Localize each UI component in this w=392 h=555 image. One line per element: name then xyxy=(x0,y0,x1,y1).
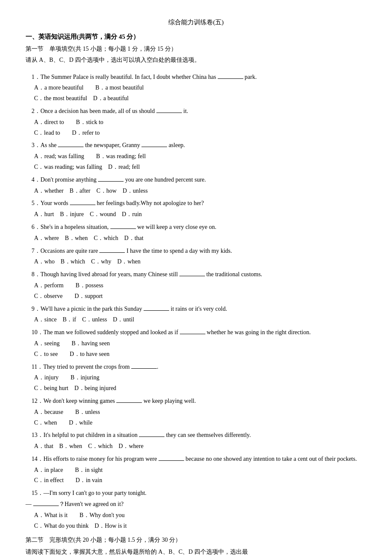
question-5: 5．Your words her feelings badly.Why not … xyxy=(26,198,366,220)
q3-options-row2: C．was reading; was falling D．read; fell xyxy=(34,162,366,172)
q7-options-row1: A．who B．which C．why D．when xyxy=(34,257,366,267)
q12-text: 12．We don't keep winning games we keep p… xyxy=(26,396,366,406)
q6-text: 6．She's in a hopeless situation, we will… xyxy=(26,222,366,232)
q15-text: 15．—I'm sorry I can't go to your party t… xyxy=(26,488,366,498)
q5-text: 5．Your words her feelings badly.Why not … xyxy=(26,198,366,208)
q3-options-row1: A．read; was falling B．was reading; fell xyxy=(34,151,366,162)
q11-text: 11．They tried to prevent the crops from … xyxy=(26,362,366,372)
question-4: 4．Don't promise anything you are one hun… xyxy=(26,175,366,196)
q8-text: 8．Though having lived abroad for years, … xyxy=(26,269,366,280)
q10-text: 10．The man we followed suddenly stopped … xyxy=(26,327,366,338)
question-2: 2．Once a decision has been made, all of … xyxy=(26,106,366,138)
q2-options-row2: C．lead to D．refer to xyxy=(34,128,366,138)
q4-text: 4．Don't promise anything you are one hun… xyxy=(26,175,366,185)
q4-options-row1: A．whether B．after C．how D．unless xyxy=(34,186,366,196)
q12-options-row1: A．because B．unless xyxy=(34,407,366,417)
q10-options-row1: A．seeing B．having seen xyxy=(34,338,366,349)
q8-options-row2: C．observe D．support xyxy=(34,291,366,301)
section2-header: 第二节 完形填空(共 20 小题；每小题 1.5 分，满分 30 分） xyxy=(26,535,366,545)
q14-options-row2: C．in effect D．in vain xyxy=(34,475,366,486)
section1-header: 一、英语知识运用(共两节，满分 45 分） xyxy=(26,32,366,43)
q2-text: 2．Once a decision has been made, all of … xyxy=(26,106,366,116)
question-11: 11．They tried to prevent the crops from … xyxy=(26,362,366,393)
question-6: 6．She's in a hopeless situation, we will… xyxy=(26,222,366,243)
question-12: 12．We don't keep winning games we keep p… xyxy=(26,396,366,428)
q15-text2: — ？Haven't we agreed on it? xyxy=(26,499,366,509)
q15-options-row1: A．What is it B．Why don't you xyxy=(34,510,366,520)
question-14: 14．His efforts to raise money for his pr… xyxy=(26,454,366,486)
q5-options-row1: A．hurt B．injure C．wound D．ruin xyxy=(34,209,366,220)
q3-text: 3．As she the newspaper, Granny asleep. xyxy=(26,140,366,150)
instruction-text: 请从 A、B、C、D 四个选项中，选出可以填入空白处的最佳选项。 xyxy=(26,55,366,65)
q11-options-row2: C．being hurt D．being injured xyxy=(34,383,366,393)
q1-options-row1: A．a more beautiful B．a most beautiful xyxy=(34,83,366,93)
question-3: 3．As she the newspaper, Granny asleep. A… xyxy=(26,140,366,172)
q7-text: 7．Occasions are quite rare I have the ti… xyxy=(26,246,366,256)
subsection1-header: 第一节 单项填空(共 15 小题；每小题 1 分，满分 15 分） xyxy=(26,44,366,54)
q6-options-row1: A．where B．when C．which D．that xyxy=(34,233,366,243)
questions-container: 1．The Summer Palace is really beautiful.… xyxy=(26,72,366,531)
q10-options-row2: C．to see D．to have seen xyxy=(34,349,366,359)
question-1: 1．The Summer Palace is really beautiful.… xyxy=(26,72,366,104)
section2-instruction: 请阅读下面短文，掌握其大意，然后从每题所给的 A、B、C、D 四个选项中，选出最 xyxy=(26,547,366,555)
q13-options-row1: A．that B．when C．which D．where xyxy=(34,441,366,451)
q9-text: 9．We'll have a picnic in the park this S… xyxy=(26,304,366,314)
q13-text: 13．It's helpful to put children in a sit… xyxy=(26,430,366,440)
q2-options-row1: A．direct to B．stick to xyxy=(34,117,366,127)
page-title: 综合能力训练卷(五) xyxy=(26,17,366,28)
q14-options-row1: A．in place B．in sight xyxy=(34,465,366,475)
q8-options-row1: A．perform B．possess xyxy=(34,280,366,291)
q14-text: 14．His efforts to raise money for his pr… xyxy=(26,454,366,464)
question-8: 8．Though having lived abroad for years, … xyxy=(26,269,366,301)
q12-options-row2: C．when D．while xyxy=(34,418,366,428)
q9-options-row1: A．since B．if C．unless D．until xyxy=(34,315,366,325)
q15-options-row2: C．What do you think D．How is it xyxy=(34,521,366,531)
q1-text: 1．The Summer Palace is really beautiful.… xyxy=(26,72,366,82)
question-9: 9．We'll have a picnic in the park this S… xyxy=(26,304,366,325)
question-7: 7．Occasions are quite rare I have the ti… xyxy=(26,246,366,267)
question-13: 13．It's helpful to put children in a sit… xyxy=(26,430,366,451)
question-15: 15．—I'm sorry I can't go to your party t… xyxy=(26,488,366,531)
q1-options-row2: C．the most beautiful D．a beautiful xyxy=(34,93,366,104)
q11-options-row1: A．injury B．injuring xyxy=(34,373,366,383)
question-10: 10．The man we followed suddenly stopped … xyxy=(26,327,366,359)
